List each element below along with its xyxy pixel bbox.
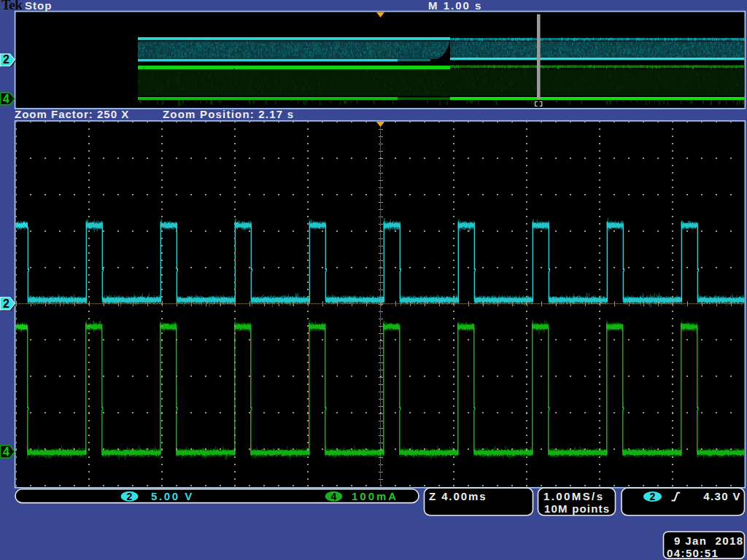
svg-text:4: 4 bbox=[3, 446, 9, 458]
svg-text:100mA: 100mA bbox=[352, 490, 398, 502]
svg-text:2: 2 bbox=[3, 298, 9, 310]
svg-text:Z 4.00ms: Z 4.00ms bbox=[429, 490, 487, 502]
svg-text:2: 2 bbox=[650, 491, 656, 502]
svg-text:4: 4 bbox=[331, 491, 337, 502]
svg-text:Zoom Factor: 250 X: Zoom Factor: 250 X bbox=[15, 108, 129, 120]
svg-text:2: 2 bbox=[127, 491, 133, 502]
svg-text:Zoom Position: 2.17 s: Zoom Position: 2.17 s bbox=[163, 108, 294, 120]
svg-text:04:50:51: 04:50:51 bbox=[667, 547, 719, 559]
svg-text:1.00MS/s: 1.00MS/s bbox=[543, 490, 604, 502]
svg-text:10M points: 10M points bbox=[544, 502, 610, 515]
svg-text:4.30 V: 4.30 V bbox=[703, 490, 741, 502]
svg-text:M 1.00 s: M 1.00 s bbox=[428, 0, 482, 12]
svg-text:5.00 V: 5.00 V bbox=[151, 490, 194, 502]
svg-text:4: 4 bbox=[3, 93, 9, 105]
svg-text:Stop: Stop bbox=[25, 0, 52, 12]
svg-text:2: 2 bbox=[3, 53, 9, 66]
svg-text:9 Jan 2018: 9 Jan 2018 bbox=[674, 534, 743, 547]
svg-text:Tek: Tek bbox=[1, 0, 23, 12]
